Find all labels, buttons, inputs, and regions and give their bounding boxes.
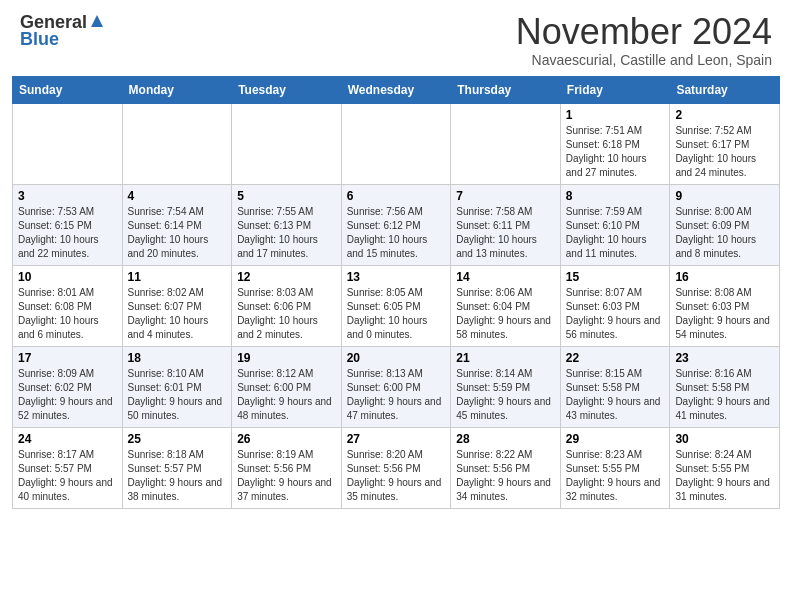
day-number: 27 xyxy=(347,432,446,446)
calendar-week-row: 1Sunrise: 7:51 AM Sunset: 6:18 PM Daylig… xyxy=(13,103,780,184)
day-number: 8 xyxy=(566,189,665,203)
day-number: 15 xyxy=(566,270,665,284)
day-info: Sunrise: 7:52 AM Sunset: 6:17 PM Dayligh… xyxy=(675,124,774,180)
day-info: Sunrise: 8:24 AM Sunset: 5:55 PM Dayligh… xyxy=(675,448,774,504)
calendar-cell: 25Sunrise: 8:18 AM Sunset: 5:57 PM Dayli… xyxy=(122,427,232,508)
day-info: Sunrise: 8:20 AM Sunset: 5:56 PM Dayligh… xyxy=(347,448,446,504)
day-info: Sunrise: 8:14 AM Sunset: 5:59 PM Dayligh… xyxy=(456,367,555,423)
calendar-week-row: 17Sunrise: 8:09 AM Sunset: 6:02 PM Dayli… xyxy=(13,346,780,427)
calendar-cell: 16Sunrise: 8:08 AM Sunset: 6:03 PM Dayli… xyxy=(670,265,780,346)
day-info: Sunrise: 8:18 AM Sunset: 5:57 PM Dayligh… xyxy=(128,448,227,504)
calendar-cell: 8Sunrise: 7:59 AM Sunset: 6:10 PM Daylig… xyxy=(560,184,670,265)
calendar-cell: 14Sunrise: 8:06 AM Sunset: 6:04 PM Dayli… xyxy=(451,265,561,346)
day-info: Sunrise: 8:13 AM Sunset: 6:00 PM Dayligh… xyxy=(347,367,446,423)
day-info: Sunrise: 8:12 AM Sunset: 6:00 PM Dayligh… xyxy=(237,367,336,423)
calendar-week-row: 24Sunrise: 8:17 AM Sunset: 5:57 PM Dayli… xyxy=(13,427,780,508)
day-info: Sunrise: 8:10 AM Sunset: 6:01 PM Dayligh… xyxy=(128,367,227,423)
calendar-cell: 9Sunrise: 8:00 AM Sunset: 6:09 PM Daylig… xyxy=(670,184,780,265)
col-sunday: Sunday xyxy=(13,76,123,103)
calendar-cell: 1Sunrise: 7:51 AM Sunset: 6:18 PM Daylig… xyxy=(560,103,670,184)
calendar-cell: 2Sunrise: 7:52 AM Sunset: 6:17 PM Daylig… xyxy=(670,103,780,184)
day-info: Sunrise: 8:06 AM Sunset: 6:04 PM Dayligh… xyxy=(456,286,555,342)
col-tuesday: Tuesday xyxy=(232,76,342,103)
day-info: Sunrise: 7:53 AM Sunset: 6:15 PM Dayligh… xyxy=(18,205,117,261)
calendar-cell: 17Sunrise: 8:09 AM Sunset: 6:02 PM Dayli… xyxy=(13,346,123,427)
day-info: Sunrise: 8:03 AM Sunset: 6:06 PM Dayligh… xyxy=(237,286,336,342)
col-monday: Monday xyxy=(122,76,232,103)
svg-marker-0 xyxy=(91,15,103,27)
day-number: 23 xyxy=(675,351,774,365)
calendar-cell: 20Sunrise: 8:13 AM Sunset: 6:00 PM Dayli… xyxy=(341,346,451,427)
day-number: 29 xyxy=(566,432,665,446)
day-number: 12 xyxy=(237,270,336,284)
day-number: 3 xyxy=(18,189,117,203)
calendar-cell: 6Sunrise: 7:56 AM Sunset: 6:12 PM Daylig… xyxy=(341,184,451,265)
calendar-week-row: 3Sunrise: 7:53 AM Sunset: 6:15 PM Daylig… xyxy=(13,184,780,265)
col-saturday: Saturday xyxy=(670,76,780,103)
calendar-week-row: 10Sunrise: 8:01 AM Sunset: 6:08 PM Dayli… xyxy=(13,265,780,346)
calendar-cell: 27Sunrise: 8:20 AM Sunset: 5:56 PM Dayli… xyxy=(341,427,451,508)
day-info: Sunrise: 8:05 AM Sunset: 6:05 PM Dayligh… xyxy=(347,286,446,342)
day-info: Sunrise: 8:22 AM Sunset: 5:56 PM Dayligh… xyxy=(456,448,555,504)
day-info: Sunrise: 7:54 AM Sunset: 6:14 PM Dayligh… xyxy=(128,205,227,261)
day-number: 9 xyxy=(675,189,774,203)
day-info: Sunrise: 7:59 AM Sunset: 6:10 PM Dayligh… xyxy=(566,205,665,261)
calendar-cell: 23Sunrise: 8:16 AM Sunset: 5:58 PM Dayli… xyxy=(670,346,780,427)
day-number: 4 xyxy=(128,189,227,203)
day-number: 18 xyxy=(128,351,227,365)
day-info: Sunrise: 7:56 AM Sunset: 6:12 PM Dayligh… xyxy=(347,205,446,261)
calendar-cell: 19Sunrise: 8:12 AM Sunset: 6:00 PM Dayli… xyxy=(232,346,342,427)
calendar-cell: 22Sunrise: 8:15 AM Sunset: 5:58 PM Dayli… xyxy=(560,346,670,427)
day-number: 25 xyxy=(128,432,227,446)
calendar-cell: 11Sunrise: 8:02 AM Sunset: 6:07 PM Dayli… xyxy=(122,265,232,346)
day-info: Sunrise: 8:17 AM Sunset: 5:57 PM Dayligh… xyxy=(18,448,117,504)
day-info: Sunrise: 8:19 AM Sunset: 5:56 PM Dayligh… xyxy=(237,448,336,504)
day-number: 7 xyxy=(456,189,555,203)
logo: General Blue xyxy=(20,12,106,50)
day-info: Sunrise: 8:15 AM Sunset: 5:58 PM Dayligh… xyxy=(566,367,665,423)
calendar-wrapper: Sunday Monday Tuesday Wednesday Thursday… xyxy=(0,72,792,521)
day-info: Sunrise: 7:58 AM Sunset: 6:11 PM Dayligh… xyxy=(456,205,555,261)
day-number: 6 xyxy=(347,189,446,203)
day-number: 17 xyxy=(18,351,117,365)
calendar-cell: 21Sunrise: 8:14 AM Sunset: 5:59 PM Dayli… xyxy=(451,346,561,427)
col-friday: Friday xyxy=(560,76,670,103)
day-number: 26 xyxy=(237,432,336,446)
calendar-cell: 30Sunrise: 8:24 AM Sunset: 5:55 PM Dayli… xyxy=(670,427,780,508)
calendar-cell: 13Sunrise: 8:05 AM Sunset: 6:05 PM Dayli… xyxy=(341,265,451,346)
day-number: 11 xyxy=(128,270,227,284)
calendar-cell: 29Sunrise: 8:23 AM Sunset: 5:55 PM Dayli… xyxy=(560,427,670,508)
col-thursday: Thursday xyxy=(451,76,561,103)
logo-blue: Blue xyxy=(20,29,59,50)
page-header: General Blue November 2024 Navaescurial,… xyxy=(0,0,792,72)
month-title: November 2024 xyxy=(516,12,772,52)
calendar-body: 1Sunrise: 7:51 AM Sunset: 6:18 PM Daylig… xyxy=(13,103,780,508)
day-info: Sunrise: 8:07 AM Sunset: 6:03 PM Dayligh… xyxy=(566,286,665,342)
day-number: 22 xyxy=(566,351,665,365)
calendar-cell xyxy=(13,103,123,184)
day-number: 5 xyxy=(237,189,336,203)
col-wednesday: Wednesday xyxy=(341,76,451,103)
day-number: 21 xyxy=(456,351,555,365)
calendar-cell xyxy=(122,103,232,184)
calendar-cell: 12Sunrise: 8:03 AM Sunset: 6:06 PM Dayli… xyxy=(232,265,342,346)
logo-triangle-icon xyxy=(89,13,105,33)
day-info: Sunrise: 8:01 AM Sunset: 6:08 PM Dayligh… xyxy=(18,286,117,342)
day-info: Sunrise: 8:02 AM Sunset: 6:07 PM Dayligh… xyxy=(128,286,227,342)
day-number: 16 xyxy=(675,270,774,284)
day-number: 30 xyxy=(675,432,774,446)
day-number: 28 xyxy=(456,432,555,446)
location-subtitle: Navaescurial, Castille and Leon, Spain xyxy=(516,52,772,68)
day-info: Sunrise: 8:08 AM Sunset: 6:03 PM Dayligh… xyxy=(675,286,774,342)
day-number: 14 xyxy=(456,270,555,284)
day-info: Sunrise: 8:00 AM Sunset: 6:09 PM Dayligh… xyxy=(675,205,774,261)
day-info: Sunrise: 7:51 AM Sunset: 6:18 PM Dayligh… xyxy=(566,124,665,180)
title-block: November 2024 Navaescurial, Castille and… xyxy=(516,12,772,68)
day-number: 19 xyxy=(237,351,336,365)
calendar-cell: 28Sunrise: 8:22 AM Sunset: 5:56 PM Dayli… xyxy=(451,427,561,508)
day-number: 24 xyxy=(18,432,117,446)
calendar-cell xyxy=(341,103,451,184)
day-number: 2 xyxy=(675,108,774,122)
day-number: 20 xyxy=(347,351,446,365)
day-info: Sunrise: 8:09 AM Sunset: 6:02 PM Dayligh… xyxy=(18,367,117,423)
